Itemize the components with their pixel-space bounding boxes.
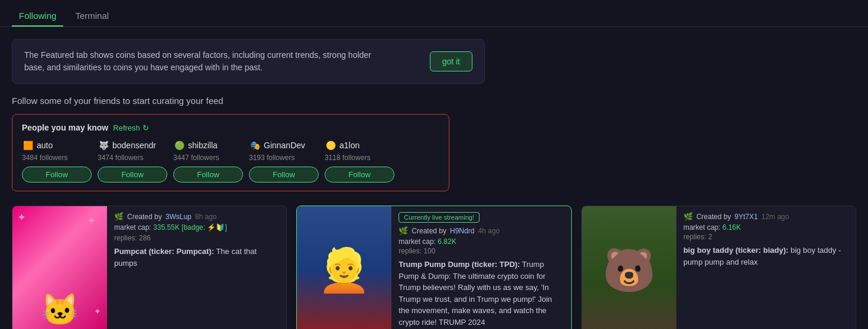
follow-button-a1lon[interactable]: Follow bbox=[325, 167, 394, 183]
person-name-bodensendr: bodensendr bbox=[112, 141, 156, 150]
post-creator-biady: Created by bbox=[697, 213, 731, 221]
person-avatar-shibzilla: 🟢 bbox=[173, 139, 185, 151]
info-banner: The Featured tab shows coins based on se… bbox=[12, 39, 485, 84]
tab-bar: Following Terminal bbox=[0, 0, 868, 27]
person-name-row: 🟡 a1lon bbox=[325, 139, 359, 151]
tab-following[interactable]: Following bbox=[12, 6, 63, 27]
person-followers-a1lon: 3118 followers bbox=[325, 154, 370, 162]
post-thumbnail-pumpcat: ✦ ✦ ✦ 🐱 bbox=[12, 206, 107, 329]
refresh-label: Refresh bbox=[113, 123, 140, 132]
people-grid: 🟧 auto 3484 followers Follow 🐺 bodensend… bbox=[22, 139, 439, 183]
got-it-button[interactable]: got it bbox=[430, 51, 472, 71]
person-followers-shibzilla: 3447 followers bbox=[173, 154, 219, 162]
person-avatar-auto: 🟧 bbox=[22, 139, 34, 151]
post-time-biady: 12m ago bbox=[762, 213, 789, 221]
person-name-a1lon: a1lon bbox=[339, 141, 359, 150]
post-market-cap-value-trump: 6.82K bbox=[438, 237, 456, 246]
post-title-trump: Trump Pump Dump (ticker: TPD): Trump Pum… bbox=[399, 259, 563, 328]
follow-button-bodensendr[interactable]: Follow bbox=[98, 167, 167, 183]
people-box-title: People you may know bbox=[22, 123, 108, 132]
follow-button-shibzilla[interactable]: Follow bbox=[173, 167, 243, 183]
live-badge: Currently live streaming! bbox=[399, 212, 480, 223]
post-badge: [badge: ⚡🔰] bbox=[182, 223, 227, 232]
post-replies-trump: replies: 100 bbox=[399, 247, 563, 255]
post-thumbnail-trump: 👱 bbox=[297, 206, 391, 329]
person-avatar-a1lon: 🟡 bbox=[325, 139, 336, 151]
person-card-shibzilla: 🟢 shibzilla 3447 followers Follow bbox=[173, 139, 244, 183]
person-name-row: 🎭 GinnanDev bbox=[249, 139, 305, 151]
post-time-trump: 4h ago bbox=[478, 227, 500, 235]
thumbnail-pumpcat: ✦ ✦ ✦ 🐱 bbox=[12, 206, 107, 329]
section-title: Follow some of your friends to start cur… bbox=[12, 96, 856, 106]
tab-terminal[interactable]: Terminal bbox=[68, 6, 116, 27]
post-thumbnail-biady: 🐻 bbox=[582, 206, 676, 329]
people-box: People you may know Refresh ↻ 🟧 auto 348… bbox=[12, 114, 449, 191]
post-replies-pumpcat: replies: 286 bbox=[114, 234, 279, 242]
refresh-icon: ↻ bbox=[142, 123, 149, 132]
post-content-trump: Currently live streaming! 🌿 Created by H… bbox=[391, 206, 571, 329]
follow-button-ginnandev[interactable]: Follow bbox=[249, 167, 319, 183]
posts-row: ✦ ✦ ✦ 🐱 🌿 Created by 3WsLup 8h ago marke… bbox=[12, 206, 856, 329]
person-card-auto: 🟧 auto 3484 followers Follow bbox=[22, 139, 93, 183]
post-meta-trump: 🌿 Created by H9Ndrd 4h ago bbox=[399, 226, 563, 235]
trump-icon: 👱 bbox=[318, 245, 371, 295]
post-replies-biady: replies: 2 bbox=[684, 233, 848, 241]
post-meta-pumpcat: 🌿 Created by 3WsLup 8h ago bbox=[114, 212, 279, 221]
person-card-bodensendr: 🐺 bodensendr 3474 followers Follow bbox=[98, 139, 169, 183]
creator-icon-trump: 🌿 bbox=[399, 226, 408, 235]
person-avatar-bodensendr: 🐺 bbox=[98, 139, 109, 151]
person-avatar-ginnandev: 🎭 bbox=[249, 139, 261, 151]
post-market-cap-value-pumpcat: 335.55K bbox=[153, 223, 180, 232]
people-box-header: People you may know Refresh ↻ bbox=[22, 123, 439, 132]
post-creator-name-trump: H9Ndrd bbox=[450, 227, 474, 235]
refresh-button[interactable]: Refresh ↻ bbox=[113, 123, 149, 132]
post-market-cap-trump: market cap: 6.82K bbox=[399, 237, 563, 246]
post-title-biady: big boy taddy (ticker: biady): big boy t… bbox=[684, 245, 848, 268]
person-name-auto: auto bbox=[37, 141, 53, 150]
creator-icon-pumpcat: 🌿 bbox=[114, 212, 124, 221]
post-creator-trump: Created by bbox=[412, 227, 446, 235]
creator-icon-biady: 🌿 bbox=[684, 212, 693, 221]
post-market-cap-biady: market cap: 6.16K bbox=[684, 223, 848, 232]
person-card-ginnandev: 🎭 GinnanDev 3193 followers Follow bbox=[249, 139, 320, 183]
banner-text: The Featured tab shows coins based on se… bbox=[24, 49, 391, 74]
post-meta-biady: 🌿 Created by 9Yt7X1 12m ago bbox=[684, 212, 848, 221]
main-content: The Featured tab shows coins based on se… bbox=[0, 27, 868, 329]
post-content-pumpcat: 🌿 Created by 3WsLup 8h ago market cap: 3… bbox=[107, 206, 286, 329]
bear-emoji: 🐻 bbox=[603, 245, 656, 295]
post-creator-name-biady: 9Yt7X1 bbox=[734, 213, 757, 221]
post-card-biady[interactable]: 🐻 🌿 Created by 9Yt7X1 12m ago market cap… bbox=[581, 206, 856, 329]
post-content-biady: 🌿 Created by 9Yt7X1 12m ago market cap: … bbox=[676, 206, 856, 329]
person-name-shibzilla: shibzilla bbox=[188, 141, 218, 150]
person-name-row: 🟢 shibzilla bbox=[173, 139, 218, 151]
thumbnail-biady: 🐻 bbox=[582, 206, 676, 329]
cat-emoji: 🐱 bbox=[41, 292, 79, 328]
post-creator-name-pumpcat: 3WsLup bbox=[166, 213, 192, 221]
person-card-a1lon: 🟡 a1lon 3118 followers Follow bbox=[325, 139, 396, 183]
follow-button-auto[interactable]: Follow bbox=[22, 167, 92, 183]
post-market-cap-value-biady: 6.16K bbox=[723, 223, 741, 232]
post-card-pumpcat[interactable]: ✦ ✦ ✦ 🐱 🌿 Created by 3WsLup 8h ago marke… bbox=[12, 206, 287, 329]
post-card-trump[interactable]: 👱 Currently live streaming! 🌿 Created by… bbox=[296, 206, 571, 329]
post-title-pumpcat: Pumpcat (ticker: Pumpcat): The cat that … bbox=[114, 246, 279, 269]
person-name-row: 🐺 bodensendr bbox=[98, 139, 156, 151]
person-followers-ginnandev: 3193 followers bbox=[249, 154, 294, 162]
person-followers-auto: 3484 followers bbox=[22, 154, 67, 162]
post-creator-pumpcat: Created by bbox=[127, 213, 162, 221]
person-name-row: 🟧 auto bbox=[22, 139, 53, 151]
person-name-ginnandev: GinnanDev bbox=[264, 141, 305, 150]
post-market-cap-pumpcat: market cap: 335.55K [badge: ⚡🔰] bbox=[114, 223, 279, 233]
post-time-pumpcat: 8h ago bbox=[195, 213, 217, 221]
thumbnail-trump: 👱 bbox=[297, 206, 391, 329]
person-followers-bodensendr: 3474 followers bbox=[98, 154, 143, 162]
